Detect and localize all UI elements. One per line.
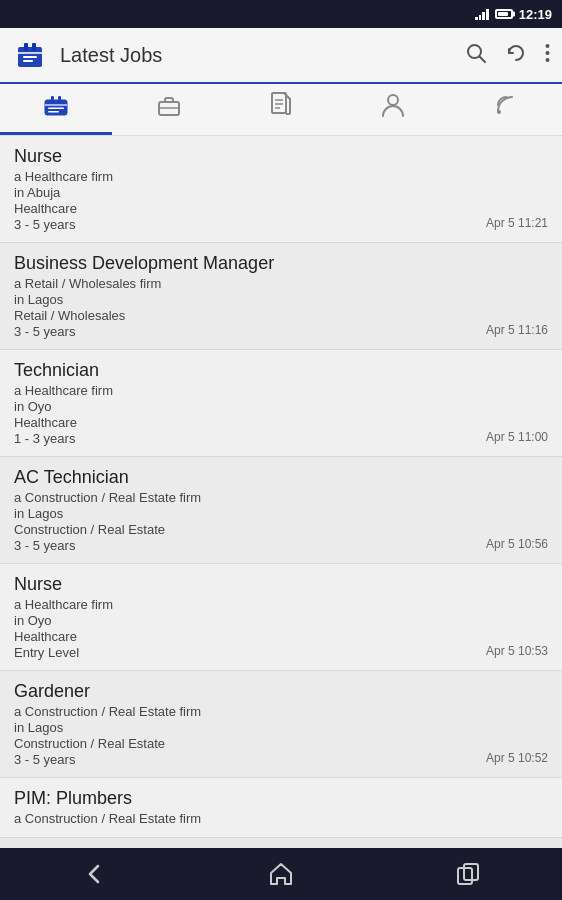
search-icon[interactable] <box>465 42 487 69</box>
job-title: PIM: Plumbers <box>14 788 548 809</box>
svg-point-25 <box>497 110 501 114</box>
job-company: a Retail / Wholesales firm <box>14 276 548 291</box>
app-logo-icon <box>12 37 48 73</box>
recent-apps-button[interactable] <box>454 860 482 888</box>
job-experience: 3 - 5 years <box>14 324 548 339</box>
job-category: Construction / Real Estate <box>14 522 548 537</box>
job-location: in Lagos <box>14 720 548 735</box>
profile-tab-icon <box>381 92 405 124</box>
job-title: Business Development Manager <box>14 253 548 274</box>
svg-rect-20 <box>272 93 286 113</box>
job-title: AC Technician <box>14 467 548 488</box>
more-icon[interactable] <box>545 42 550 69</box>
job-meta: Apr 5 11:21 <box>486 216 548 230</box>
job-experience: 3 - 5 years <box>14 752 548 767</box>
tab-bar <box>0 84 562 136</box>
bottom-nav <box>0 848 562 900</box>
job-meta: Apr 5 10:56 <box>486 537 548 551</box>
svg-marker-26 <box>271 864 291 884</box>
home-button[interactable] <box>267 860 295 888</box>
job-category: Retail / Wholesales <box>14 308 548 323</box>
tab-document[interactable] <box>225 84 337 135</box>
job-item[interactable]: Nursea Healthcare firmin AbujaHealthcare… <box>0 136 562 243</box>
svg-point-9 <box>546 51 550 55</box>
job-item[interactable]: AC Techniciana Construction / Real Estat… <box>0 457 562 564</box>
job-experience: Entry Level <box>14 645 548 660</box>
job-category: Healthcare <box>14 201 548 216</box>
job-category: Construction / Real Estate <box>14 736 548 751</box>
svg-line-7 <box>480 56 486 62</box>
job-experience: 1 - 3 years <box>14 431 548 446</box>
status-bar-right: 12:19 <box>475 7 552 22</box>
app-bar-actions <box>465 42 550 69</box>
job-location: in Oyo <box>14 613 548 628</box>
app-bar: Latest Jobs <box>0 28 562 84</box>
job-experience: 3 - 5 years <box>14 217 548 232</box>
job-item[interactable]: Gardenera Construction / Real Estate fir… <box>0 671 562 778</box>
job-company: a Construction / Real Estate firm <box>14 704 548 719</box>
status-time: 12:19 <box>519 7 552 22</box>
job-title: Nurse <box>14 146 548 167</box>
rss-tab-icon <box>494 93 518 123</box>
svg-rect-16 <box>48 108 64 110</box>
svg-rect-17 <box>48 111 59 113</box>
app-title: Latest Jobs <box>60 44 465 67</box>
job-location: in Lagos <box>14 292 548 307</box>
svg-rect-14 <box>51 96 54 103</box>
job-meta: Apr 5 10:52 <box>486 751 548 765</box>
job-experience: 3 - 5 years <box>14 538 548 553</box>
svg-rect-5 <box>23 60 33 62</box>
signal-icon <box>475 8 489 20</box>
job-meta: Apr 5 11:16 <box>486 323 548 337</box>
job-company: a Healthcare firm <box>14 383 548 398</box>
job-title: Technician <box>14 360 548 381</box>
svg-rect-15 <box>58 96 61 103</box>
job-item[interactable]: PIM: Plumbersa Construction / Real Estat… <box>0 778 562 838</box>
tab-rss[interactable] <box>450 84 562 135</box>
job-company: a Construction / Real Estate firm <box>14 490 548 505</box>
job-category: Healthcare <box>14 415 548 430</box>
tab-jobs[interactable] <box>0 84 112 135</box>
refresh-icon[interactable] <box>505 42 527 69</box>
svg-rect-2 <box>32 43 36 51</box>
job-location: in Abuja <box>14 185 548 200</box>
battery-icon <box>495 9 513 19</box>
back-button[interactable] <box>80 860 108 888</box>
briefcase-tab-icon <box>156 94 182 122</box>
job-location: in Oyo <box>14 399 548 414</box>
status-bar: 12:19 <box>0 0 562 28</box>
job-list: Nursea Healthcare firmin AbujaHealthcare… <box>0 136 562 848</box>
job-company: a Construction / Real Estate firm <box>14 811 548 826</box>
svg-rect-1 <box>24 43 28 51</box>
job-item[interactable]: Nursea Healthcare firmin OyoHealthcareEn… <box>0 564 562 671</box>
jobs-tab-icon <box>43 94 69 122</box>
document-tab-icon <box>270 92 292 124</box>
svg-rect-4 <box>23 56 37 58</box>
tab-profile[interactable] <box>337 84 449 135</box>
svg-point-10 <box>546 58 550 62</box>
job-item[interactable]: Techniciana Healthcare firmin OyoHealthc… <box>0 350 562 457</box>
job-meta: Apr 5 11:00 <box>486 430 548 444</box>
job-category: Healthcare <box>14 629 548 644</box>
svg-point-8 <box>546 44 550 48</box>
tab-briefcase[interactable] <box>112 84 224 135</box>
job-meta: Apr 5 10:53 <box>486 644 548 658</box>
job-company: a Healthcare firm <box>14 169 548 184</box>
job-company: a Healthcare firm <box>14 597 548 612</box>
svg-point-24 <box>388 95 398 105</box>
job-title: Gardener <box>14 681 548 702</box>
job-location: in Lagos <box>14 506 548 521</box>
job-item[interactable]: Business Development Managera Retail / W… <box>0 243 562 350</box>
job-title: Nurse <box>14 574 548 595</box>
